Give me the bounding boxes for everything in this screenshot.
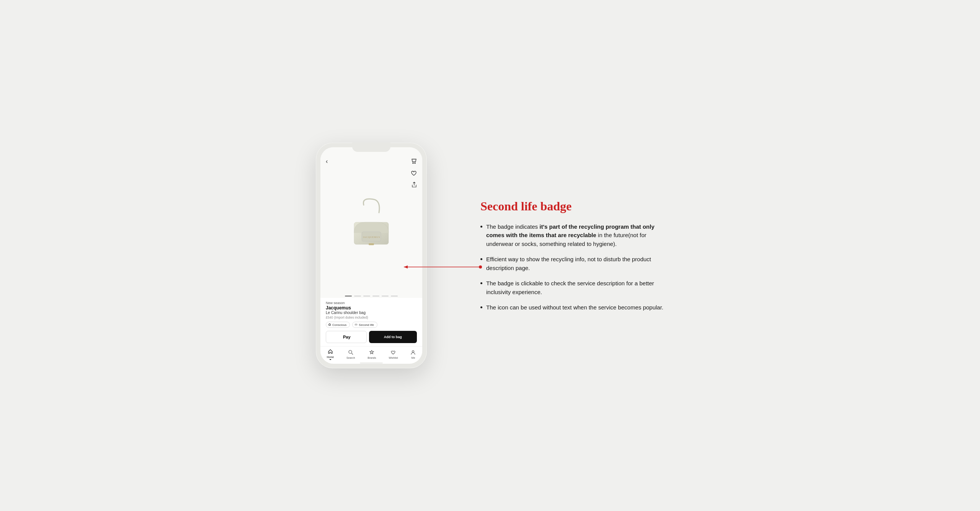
svg-point-11 bbox=[479, 265, 482, 269]
me-icon bbox=[410, 350, 416, 356]
conscious-label: Conscious bbox=[332, 323, 346, 327]
nav-brands[interactable]: Brands bbox=[368, 350, 376, 359]
image-dots bbox=[320, 293, 422, 298]
phone-screen: ‹ bbox=[320, 147, 422, 364]
bullet-text-2: Efficient way to show the recycling info… bbox=[486, 255, 664, 272]
conscious-badge[interactable]: ♻ Conscious bbox=[326, 322, 350, 328]
svg-point-9 bbox=[412, 351, 414, 353]
bottom-nav: Home Search bbox=[320, 346, 422, 361]
wishlist-button[interactable] bbox=[411, 170, 417, 178]
product-info: New season Jacquemus Le Carinu shoulder … bbox=[320, 298, 422, 331]
product-name: Le Carinu shoulder bag bbox=[326, 311, 417, 315]
nav-search[interactable]: Search bbox=[346, 350, 355, 359]
cart-button[interactable] bbox=[411, 158, 417, 166]
bullet-item-4: The icon can be used without text when t… bbox=[480, 303, 664, 312]
bullet-item-3: The badge is clickable to check the serv… bbox=[480, 279, 664, 296]
back-button[interactable]: ‹ bbox=[326, 158, 328, 165]
bullet-text-1: The badge indicates it's part of the rec… bbox=[486, 223, 664, 249]
bullet-text-3: The badge is clickable to check the serv… bbox=[486, 279, 664, 296]
share-button[interactable] bbox=[412, 182, 417, 189]
phone-and-arrow: ‹ bbox=[316, 143, 427, 368]
dot-3 bbox=[363, 296, 370, 296]
wishlist-nav-icon bbox=[390, 350, 396, 356]
svg-text:JACQUEMUS: JACQUEMUS bbox=[363, 236, 380, 238]
brands-icon bbox=[369, 350, 374, 356]
badges-row: ♻ Conscious ♾ Second life bbox=[326, 322, 417, 328]
nav-wishlist[interactable]: Wishlist bbox=[389, 350, 398, 359]
cta-row: Pay Add to bag bbox=[320, 331, 422, 346]
arrow-connector-svg bbox=[404, 259, 488, 275]
second-life-badge[interactable]: ♾ Second life bbox=[352, 322, 377, 328]
second-life-label: Second life bbox=[359, 323, 374, 327]
bullet-dot-1 bbox=[480, 226, 482, 228]
nav-search-label: Search bbox=[346, 356, 355, 359]
conscious-icon: ♻ bbox=[328, 323, 331, 327]
svg-marker-12 bbox=[404, 265, 408, 269]
nav-home[interactable]: Home bbox=[327, 349, 334, 360]
nav-brands-label: Brands bbox=[368, 356, 376, 359]
price-note: (Import duties included) bbox=[334, 316, 368, 319]
main-container: ‹ bbox=[0, 0, 980, 511]
nav-home-label: Home bbox=[327, 356, 334, 358]
bullet-dot-3 bbox=[480, 282, 482, 284]
price: £540 bbox=[326, 316, 333, 319]
bullet-dot-4 bbox=[480, 306, 482, 308]
nav-home-indicator bbox=[330, 359, 331, 360]
dot-2 bbox=[354, 296, 361, 296]
dot-5 bbox=[382, 296, 389, 296]
nav-me-label: Me bbox=[412, 356, 415, 359]
description-panel: Second life badge The badge indicates it… bbox=[480, 192, 664, 320]
apple-pay-button[interactable]: Pay bbox=[326, 331, 367, 343]
bullet-text-4: The icon can be used without text when t… bbox=[486, 303, 663, 312]
phone-notch bbox=[352, 143, 390, 152]
svg-point-0 bbox=[413, 163, 413, 164]
bullet-item-2: Efficient way to show the recycling info… bbox=[480, 255, 664, 272]
bullet-list: The badge indicates it's part of the rec… bbox=[480, 223, 664, 312]
section-title: Second life badge bbox=[480, 199, 664, 213]
bullet-item-1: The badge indicates it's part of the rec… bbox=[480, 223, 664, 249]
apple-pay-label: Pay bbox=[343, 335, 351, 339]
nav-me[interactable]: Me bbox=[410, 350, 416, 359]
phone-mockup: ‹ bbox=[316, 143, 427, 368]
dot-4 bbox=[372, 296, 379, 296]
dot-1 bbox=[345, 296, 352, 296]
svg-rect-6 bbox=[369, 243, 374, 245]
new-season-label: New season bbox=[326, 301, 417, 305]
svg-line-8 bbox=[352, 353, 353, 355]
home-icon bbox=[328, 349, 333, 355]
price-row: £540 (Import duties included) bbox=[326, 315, 417, 319]
svg-point-1 bbox=[415, 163, 415, 164]
bag-product-image: JACQUEMUS bbox=[341, 194, 402, 255]
dot-6 bbox=[391, 296, 398, 296]
second-life-icon: ♾ bbox=[354, 323, 358, 327]
add-to-bag-button[interactable]: Add to bag bbox=[369, 331, 417, 343]
brand-name: Jacquemus bbox=[326, 305, 417, 311]
search-icon bbox=[348, 350, 353, 356]
home-indicator-bar bbox=[360, 362, 383, 364]
nav-wishlist-label: Wishlist bbox=[389, 356, 398, 359]
svg-point-7 bbox=[349, 350, 352, 353]
